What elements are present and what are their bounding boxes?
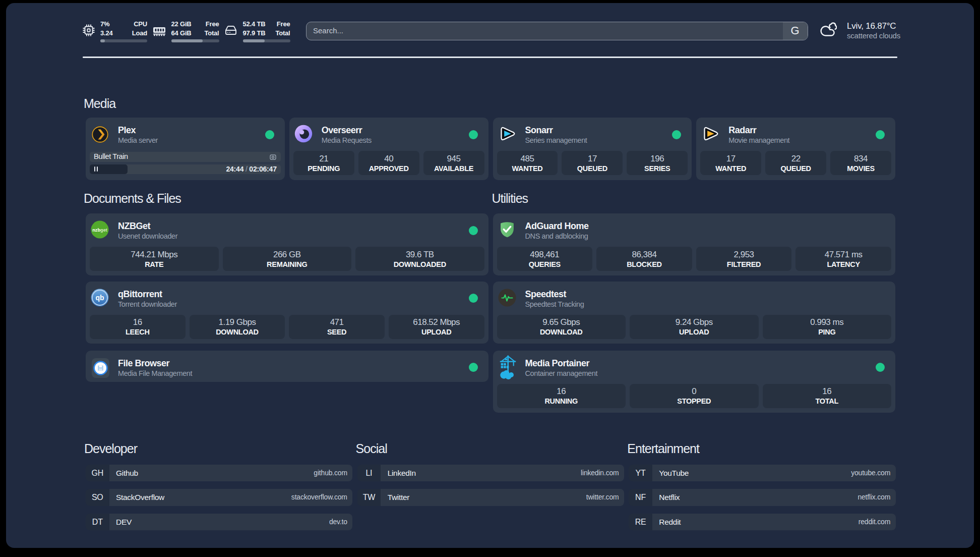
svg-text:nzbget: nzbget <box>92 228 107 233</box>
svg-text:qb: qb <box>95 294 104 302</box>
